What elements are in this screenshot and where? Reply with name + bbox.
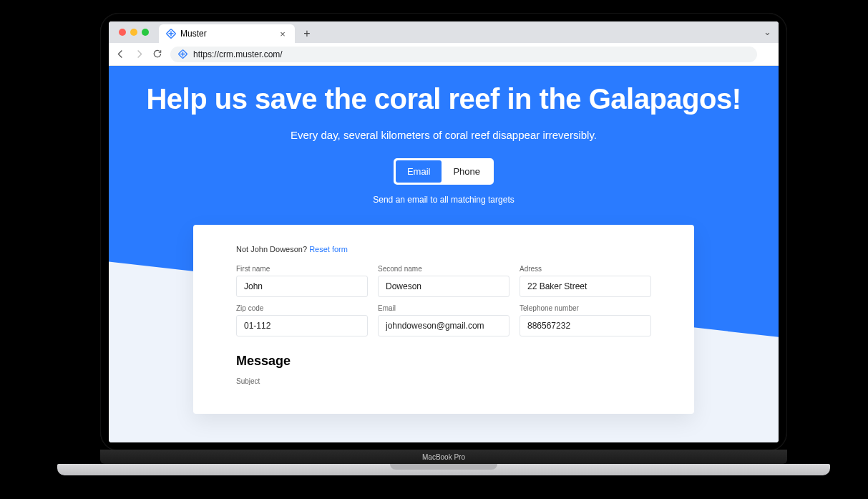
label-phone: Telephone number: [520, 304, 651, 312]
label-address: Adress: [520, 265, 651, 273]
field-first-name: First name: [236, 265, 368, 297]
browser-tab-active[interactable]: Muster ×: [159, 24, 295, 43]
label-second-name: Second name: [378, 265, 509, 273]
contact-method-toggle: Email Phone: [394, 158, 494, 185]
tab-close-icon[interactable]: ×: [278, 29, 288, 39]
back-button[interactable]: [114, 49, 126, 60]
url-text: https://crm.muster.com/: [193, 49, 283, 59]
reset-prefix: Not John Doweson?: [236, 245, 309, 253]
window-controls: [114, 21, 153, 43]
close-window-icon[interactable]: [119, 29, 126, 36]
hero-subtitle: Every day, several kilometers of coral r…: [109, 129, 779, 141]
label-email: Email: [378, 304, 509, 312]
new-tab-button[interactable]: +: [299, 26, 315, 42]
device-label-text: MacBook Pro: [422, 453, 465, 461]
tab-email[interactable]: Email: [396, 160, 442, 183]
input-address[interactable]: [520, 276, 651, 297]
input-zip[interactable]: [236, 315, 368, 336]
label-first-name: First name: [236, 265, 368, 273]
tabs-dropdown-icon[interactable]: ⌄: [764, 26, 771, 37]
input-second-name[interactable]: [378, 276, 509, 297]
tab-title: Muster: [180, 29, 207, 39]
toggle-hint: Send an email to all matching targets: [109, 195, 779, 205]
reset-form-row: Not John Doweson? Reset form: [236, 245, 651, 253]
minimize-window-icon[interactable]: [130, 29, 137, 36]
message-heading: Message: [236, 354, 651, 369]
input-first-name[interactable]: [236, 276, 368, 297]
tab-phone[interactable]: Phone: [442, 160, 492, 183]
laptop-base: [57, 464, 830, 475]
field-email: Email: [378, 304, 509, 336]
field-zip: Zip code: [236, 304, 368, 336]
laptop-frame: Muster × + ⌄: [100, 13, 787, 451]
label-zip: Zip code: [236, 304, 368, 312]
address-bar[interactable]: https://crm.muster.com/: [170, 47, 757, 62]
field-phone: Telephone number: [520, 304, 651, 336]
input-phone[interactable]: [520, 315, 651, 336]
device-label: MacBook Pro: [100, 450, 787, 464]
field-second-name: Second name: [378, 265, 509, 297]
reload-button[interactable]: [152, 49, 163, 60]
tab-favicon-icon: [166, 29, 176, 39]
reset-form-link[interactable]: Reset form: [309, 245, 348, 253]
screen: Muster × + ⌄: [109, 21, 779, 442]
browser-toolbar: https://crm.muster.com/: [109, 43, 779, 66]
hero-section: Help us save the coral reef in the Galap…: [109, 66, 779, 205]
page-viewport: Help us save the coral reef in the Galap…: [109, 66, 779, 442]
input-email[interactable]: [378, 315, 509, 336]
label-subject: Subject: [236, 377, 651, 385]
forward-button[interactable]: [133, 49, 145, 60]
maximize-window-icon[interactable]: [142, 29, 149, 36]
browser-tabbar: Muster × + ⌄: [109, 21, 779, 43]
field-address: Adress: [520, 265, 651, 297]
contact-form-card: Not John Doweson? Reset form First name …: [193, 225, 694, 414]
hero-title: Help us save the coral reef in the Galap…: [109, 82, 779, 116]
site-identity-icon: [177, 49, 187, 59]
